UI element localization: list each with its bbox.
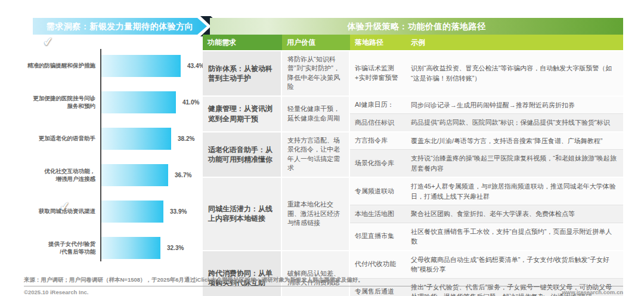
chart-row: 提供子女代付/验货 /代售后等功能32.3%	[24, 230, 206, 266]
cell-value: 破解商品认知差、消除大件消费顾虑	[282, 251, 349, 296]
table-row: 健康管理：从资讯浏览到全周期干预轻量化健康干预，延长健康生命周期AI健康日历：同…	[203, 97, 623, 131]
table-row: 适老化语音助手：从功能可用到精准懂你支持方言适配、场景化指令，让中老年人一句话搞…	[203, 132, 623, 177]
chart-category-label: 优化社交互动功能， 增强用户连接感	[24, 168, 95, 183]
cell-path: AI健康日历：	[350, 97, 405, 114]
chart-bar	[101, 164, 168, 186]
cell-path: 诈骗话术监测+实时弹窗预警	[350, 51, 405, 95]
chart-value-label: 38.2%	[178, 135, 194, 142]
chart-bar	[101, 128, 171, 150]
cell-need: 适老化语音助手：从功能可用到精准懂你	[203, 132, 281, 177]
cell-example: 支持说“治膝盖疼的操”唤起三甲医院康复科视频，“和老姐妹旅游”唤起旅居套餐内容	[405, 150, 623, 177]
footer-divider	[24, 286, 623, 286]
chart-value-label: 36.7%	[175, 172, 191, 178]
chart-category-label: 更加适老化的语音助手	[24, 135, 95, 142]
table-subrow: 场景化指令库支持说“治膝盖疼的操”唤起三甲医院康复科视频，“和老姐妹旅游”唤起旅…	[350, 149, 623, 177]
cell-need: 跨代消费协同：从单项购买到代际互助	[203, 251, 281, 296]
checkmark-icon: ✔	[42, 34, 54, 50]
chart-bar	[101, 55, 181, 77]
cell-value: 将防诈从“知识科普”到“实时防护”，降低中老年决策风险	[282, 51, 349, 95]
table-subrow: AI健康日历：同步问诊记录→生成用药闹钟提醒→推荐附近药房折扣券	[350, 97, 623, 114]
table-row: 同城生活潜力：从线上内容到本地链接重建本地化社交圈、激活社区经济与情感链接专属频…	[203, 178, 623, 250]
checkmark-icon: ✔	[59, 199, 71, 214]
table-row: 防诈体系：从被动科普到主动手护将防诈从“知识科普”到“实时防护”，降低中老年决策…	[203, 51, 623, 95]
subrows: 专属频道联动打造45+人群专属频道，与#旅居指南频道联动，推送同城老年大学体验日…	[350, 178, 623, 250]
chart-row: 精准的防骗提醒和保护措施43.4%	[24, 48, 206, 84]
table-row: 跨代消费协同：从单项购买到代际互助破解商品认知差、消除大件消费顾虑代付/代收功能…	[203, 251, 623, 296]
chart-bar	[101, 91, 176, 113]
report-slide: 需求洞察：新银发力量期待的体验方向 体验升级策略：功能价值的落地路径 精准的防骗…	[0, 0, 644, 296]
table-subrow: 邻里直播市集社区餐饮直播销售手工水饺，支持“自提点预约”，页面显示附近拼单人数	[350, 223, 623, 250]
chart-row: 优化社交互动功能， 增强用户连接感36.7%	[24, 157, 206, 193]
source-note: 来源：用户调研；用户问卷调研（样本N=1508），于2025年6月通过iClic…	[24, 276, 620, 284]
cell-example: 覆盖东北/川渝/粤语等方言，支持语音搜索“降压食谱、广场舞教程”	[405, 132, 623, 150]
cell-value: 支持方言适配、场景化指令，让中老年人一句话搞定需求	[282, 132, 349, 177]
chart-category-label: 提供子女代付/验货 /代售后等功能	[24, 240, 95, 255]
column-header-need: 功能需求	[203, 35, 282, 50]
chart-axis	[100, 49, 101, 261]
chart-category-label: 精准的防骗提醒和保护措施	[24, 62, 95, 69]
chart-row: 更加便捷的医院挂号问诊 服务和预约41.0%	[24, 84, 206, 121]
chart-value-label: 43.4%	[187, 63, 204, 69]
column-header-path: 落地路径	[350, 35, 406, 50]
chart-rows: 精准的防骗提醒和保护措施43.4%更加便捷的医院挂号问诊 服务和预约41.0%更…	[24, 48, 206, 266]
chart-bar	[101, 201, 163, 223]
cell-example: 父母收藏商品自动生成“爸妈想要清单”，子女支付/收货后触发“子女好物”模板分享	[405, 251, 623, 278]
chart-value-label: 33.9%	[170, 208, 187, 215]
table-subrow: 诈骗话术监测+实时弹窗预警识别“高收益投资、冒充公检法”等诈骗内容，自动触发大字…	[350, 51, 623, 95]
chart-row: 更加适老化的语音助手38.2%	[24, 121, 206, 157]
chart-row: 获取同城活动资讯渠道33.9%	[24, 193, 206, 230]
cell-example: 识别“高收益投资、冒充公检法”等诈骗内容，自动触发大字版预警（如“这是诈骗！别信…	[405, 51, 623, 95]
left-section-title: 需求洞察：新银发力量期待的体验方向	[33, 18, 207, 35]
table-body: 防诈体系：从被动科普到主动手护将防诈从“知识科普”到“实时防护”，降低中老年决策…	[203, 51, 623, 296]
cell-example: 药品提供“药店同款、医院同款”标识；保健品提供“支持线下验货”标识	[405, 114, 623, 131]
chart-value-label: 41.0%	[182, 99, 199, 106]
subrows: 方言指令库覆盖东北/川渝/粤语等方言，支持语音搜索“降压食谱、广场舞教程”场景化…	[350, 132, 623, 177]
cell-example: 同步问诊记录→生成用药闹钟提醒→推荐附近药房折扣券	[405, 97, 623, 114]
cell-example: 打造45+人群专属频道，与#旅居指南频道联动，推送同城老年大学体验日，打通线上线…	[405, 178, 623, 205]
cell-value: 轻量化健康干预，延长健康生命周期	[282, 97, 349, 131]
website-link[interactable]: www.iresearch.com.cn	[562, 289, 623, 295]
table-subrow: 专属频道联动打造45+人群专属频道，与#旅居指南频道联动，推送同城老年大学体验日…	[350, 178, 623, 205]
cell-need: 同城生活潜力：从线上内容到本地链接	[203, 178, 281, 250]
chart-value-label: 32.3%	[167, 245, 184, 251]
cell-value: 重建本地化社交圈、激活社区经济与情感链接	[282, 178, 349, 250]
table-subrow: 代付/代收功能父母收藏商品自动生成“爸妈想要清单”，子女支付/收货后触发“子女好…	[350, 251, 623, 278]
cell-example: 社区餐饮直播销售手工水饺，支持“自提点预约”，页面显示附近拼单人数	[405, 223, 623, 250]
table-subrow: 商品信任标识药品提供“药店同款、医院同款”标识；保健品提供“支持线下验货”标识	[350, 113, 623, 131]
cell-path: 邻里直播市集	[350, 223, 405, 250]
cell-path: 方言指令库	[350, 132, 405, 150]
subrows: 诈骗话术监测+实时弹窗预警识别“高收益投资、冒充公检法”等诈骗内容，自动触发大字…	[350, 51, 623, 95]
strategy-table: 功能需求 用户价值 落地路径 示例 防诈体系：从被动科普到主动手护将防诈从“知识…	[203, 35, 623, 296]
cell-path: 商品信任标识	[350, 114, 405, 131]
cell-need: 健康管理：从资讯浏览到全周期干预	[203, 97, 281, 131]
cell-path: 本地生活地图	[350, 205, 405, 223]
bar-chart: 精准的防骗提醒和保护措施43.4%更加便捷的医院挂号问诊 服务和预约41.0%更…	[24, 48, 206, 267]
copyright-text: ©2025.10 iResearch Inc.	[24, 289, 88, 295]
column-header-example: 示例	[406, 35, 623, 50]
table-subrow: 本地生活地图聚合社区团购、食堂折扣、老年大学课表、免费体检点等	[350, 205, 623, 223]
cell-need: 防诈体系：从被动科普到主动手护	[203, 51, 281, 95]
subrows: AI健康日历：同步问诊记录→生成用药闹钟提醒→推荐附近药房折扣券商品信任标识药品…	[350, 97, 623, 131]
chart-bar	[101, 237, 160, 259]
chart-category-label: 更加便捷的医院挂号问诊 服务和预约	[24, 95, 95, 110]
cell-path: 专属频道联动	[350, 178, 405, 205]
table-header-row: 功能需求 用户价值 落地路径 示例	[203, 35, 623, 50]
table-subrow: 方言指令库覆盖东北/川渝/粤语等方言，支持语音搜索“降压食谱、广场舞教程”	[350, 132, 623, 150]
right-section-title: 体验升级策略：功能价值的落地路径	[210, 18, 623, 35]
cell-example: 聚合社区团购、食堂折扣、老年大学课表、免费体检点等	[405, 205, 623, 223]
cell-path: 代付/代收功能	[350, 251, 405, 278]
cell-path: 场景化指令库	[350, 150, 405, 177]
column-header-value: 用户价值	[282, 35, 350, 50]
